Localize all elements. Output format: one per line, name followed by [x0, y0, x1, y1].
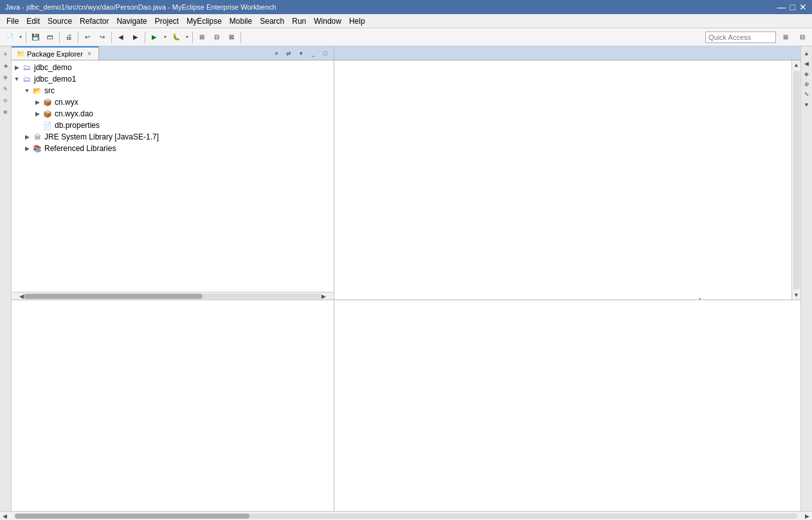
package-icon: 📁 [17, 50, 24, 57]
chevron-down-icon: ▾ [19, 34, 22, 40]
toolbar-save-all-btn[interactable]: 🗃 [43, 30, 57, 44]
toolbar-views-btn[interactable]: ⊟ [795, 30, 809, 44]
scroll-thumb[interactable] [24, 294, 203, 299]
toolbar-redo-btn[interactable]: ↪ [95, 30, 109, 44]
menu-file[interactable]: File [3, 15, 23, 27]
minimize-button[interactable]: — [777, 2, 786, 12]
title-bar-controls: — □ ✕ [777, 2, 807, 12]
editor-content[interactable] [334, 60, 791, 300]
right-sidebar-btn-1[interactable]: ▲ [802, 49, 811, 58]
tree-label-db-properties: db.properties [55, 121, 100, 130]
tree-label-jre: JRE System Library [JavaSE-1.7] [44, 132, 159, 141]
tree-toggle-dao[interactable]: ▶ [32, 109, 42, 119]
vscroll-up-arrow[interactable]: ▲ [792, 60, 800, 69]
tree-item-jdbc-demo1[interactable]: ▼ 🗂 jdbc_demo1 [12, 73, 334, 85]
right-sidebar-btn-6[interactable]: ▼ [802, 100, 811, 109]
toolbar-perspective3-btn[interactable]: ⊠ [224, 30, 239, 44]
left-sidebar-btn-2[interactable]: ◈ [1, 60, 11, 71]
tree-item-reflibs[interactable]: ▶ 📚 Referenced Libraries [12, 143, 334, 154]
tree-toggle-reflibs[interactable]: ▶ [22, 143, 32, 154]
toolbar-undo-btn[interactable]: ↩ [80, 30, 95, 44]
right-sidebar-btn-5[interactable]: ✎ [802, 90, 811, 99]
toolbar-next-edit-btn[interactable]: ▶ [129, 30, 143, 44]
panel-minimize-btn[interactable]: _ [307, 48, 319, 59]
package-tab-label: Package Explorer [27, 50, 83, 58]
toolbar-open-perspective-btn[interactable]: ⊞ [195, 30, 209, 44]
right-sidebar-btn-3[interactable]: ◈ [802, 69, 811, 78]
menu-run[interactable]: Run [288, 15, 310, 27]
menu-refactor[interactable]: Refactor [76, 15, 113, 27]
tree-label-jdbc-demo1: jdbc_demo1 [34, 75, 76, 84]
toolbar-run-btn[interactable]: ▶ [147, 30, 161, 44]
toolbar-new-btn[interactable]: 📄 [3, 30, 17, 44]
menu-edit[interactable]: Edit [23, 15, 44, 27]
quick-access-input[interactable] [705, 31, 776, 43]
menu-source[interactable]: Source [44, 15, 76, 27]
bottom-scroll-thumb[interactable] [15, 514, 249, 519]
toolbar-save-btn[interactable]: 💾 [28, 30, 42, 44]
close-button[interactable]: ✕ [799, 2, 807, 12]
quick-access-area: ⊞ ⊟ [705, 30, 809, 44]
title-bar: Java - jdbc_demo1/src/cn/wyx/dao/PersonD… [0, 0, 812, 14]
right-sidebar-btn-4[interactable]: ⊕ [802, 80, 811, 89]
vscroll-down-arrow[interactable]: ▼ [792, 291, 800, 300]
toolbar-debug-dropdown[interactable]: ▾ [184, 30, 190, 44]
toolbar-perspective2-btn[interactable]: ⊟ [210, 30, 224, 44]
menu-mobile[interactable]: Mobile [226, 15, 256, 27]
tree-toggle-cn-wyx[interactable]: ▶ [32, 97, 42, 107]
toolbar-run-dropdown[interactable]: ▾ [162, 30, 168, 44]
tree-item-src[interactable]: ▼ 📂 src [12, 85, 334, 96]
menu-window[interactable]: Window [310, 15, 345, 27]
bottom-scroll-right-arrow[interactable]: ▶ [805, 513, 809, 519]
vscroll-track[interactable] [793, 71, 800, 289]
panel-collapse-all-btn[interactable]: ≡ [271, 48, 282, 59]
toolbar-new-dropdown[interactable]: ▾ [17, 30, 24, 44]
panel-maximize-btn[interactable]: □ [320, 48, 331, 59]
tree-toggle-src[interactable]: ▼ [22, 85, 32, 96]
toolbar-prev-edit-btn[interactable]: ◀ [114, 30, 128, 44]
toolbar-perspectives-btn[interactable]: ⊞ [779, 30, 793, 44]
tree-toggle-jre[interactable]: ▶ [22, 132, 32, 142]
properties-icon: 📄 [42, 120, 53, 130]
panel-view-menu-btn[interactable]: ▾ [295, 48, 307, 59]
scroll-right-arrow[interactable]: ▶ [321, 293, 326, 300]
menu-project[interactable]: Project [151, 15, 183, 27]
tree-item-jre[interactable]: ▶ 🏛 JRE System Library [JavaSE-1.7] [12, 131, 334, 143]
editor-vertical-scrollbar[interactable]: ▲ ▼ [791, 60, 800, 300]
toolbar-sep-7 [240, 31, 241, 43]
menu-help[interactable]: Help [345, 15, 369, 27]
bottom-scroll-left-arrow[interactable]: ◀ [3, 513, 7, 519]
tree-item-cn-wyx-dao[interactable]: ▶ 📦 cn.wyx.dao [12, 108, 334, 120]
menu-search[interactable]: Search [256, 15, 288, 27]
toolbar-print-btn[interactable]: 🖨 [62, 30, 76, 44]
tree-item-cn-wyx[interactable]: ▶ 📦 cn.wyx [12, 96, 334, 108]
tree-toggle-jdbc-demo[interactable]: ▶ [12, 62, 22, 73]
menu-bar: File Edit Source Refactor Navigate Proje… [0, 14, 812, 28]
toolbar-debug-btn[interactable]: 🐛 [169, 30, 183, 44]
package-explorer-tab[interactable]: 📁 Package Explorer × [12, 46, 99, 60]
left-sidebar-btn-3[interactable]: ⊕ [1, 72, 11, 82]
tree-item-jdbc-demo[interactable]: ▶ 🗂 jdbc_demo [12, 62, 334, 73]
package-tab-close-button[interactable]: × [86, 50, 93, 58]
menu-navigate[interactable]: Navigate [113, 15, 150, 27]
left-sidebar-btn-4[interactable]: ✎ [1, 84, 11, 94]
tree-toggle-jdbc-demo1[interactable]: ▼ [12, 74, 22, 84]
right-sidebar-btn-2[interactable]: ◀ [802, 59, 811, 68]
panel-link-editor-btn[interactable]: ⇌ [283, 48, 294, 59]
scroll-track[interactable] [24, 294, 321, 299]
bottom-scroll-track[interactable] [15, 514, 797, 519]
menu-myeclipse[interactable]: MyEclipse [183, 15, 226, 27]
package-tab-toolbar: ≡ ⇌ ▾ _ □ [271, 46, 334, 60]
toolbar-sep-4 [111, 31, 112, 43]
package-icon-dao: 📦 [42, 109, 53, 119]
jre-icon: 🏛 [32, 132, 42, 142]
maximize-button[interactable]: □ [790, 2, 795, 12]
toolbar-sep-3 [78, 31, 78, 43]
tree-horizontal-scrollbar[interactable]: ◀ ▶ [12, 292, 334, 300]
left-sidebar-btn-5[interactable]: ⊙ [1, 95, 11, 105]
tree-item-db-properties[interactable]: 📄 db.properties [12, 120, 334, 131]
left-sidebar-btn-6[interactable]: ⊗ [1, 107, 11, 117]
tree-container[interactable]: ▶ 🗂 jdbc_demo ▼ 🗂 jdbc_demo1 ▼ 📂 src [12, 60, 334, 292]
left-sidebar-btn-1[interactable]: ≡ [1, 49, 11, 59]
scroll-left-arrow[interactable]: ◀ [19, 293, 24, 300]
